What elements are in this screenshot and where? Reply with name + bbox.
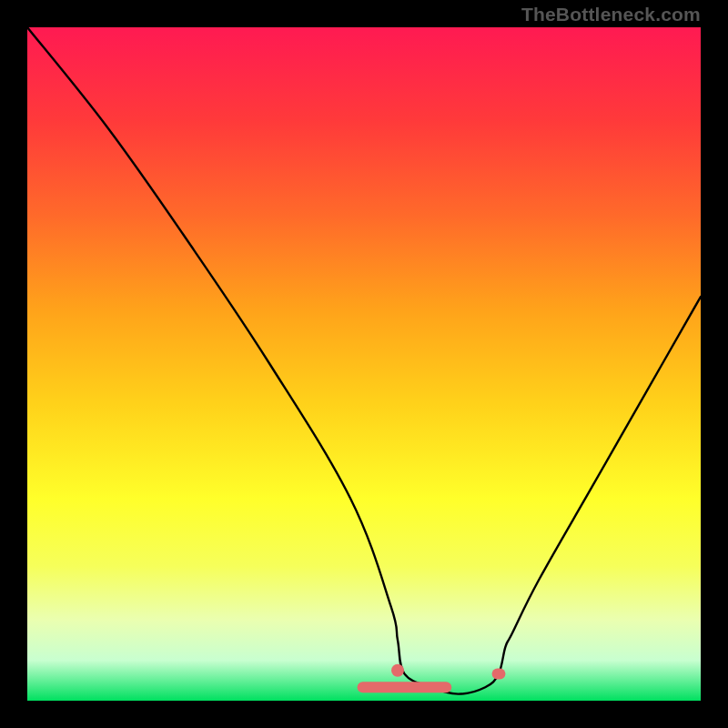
watermark-label: TheBottleneck.com (521, 4, 701, 25)
chart-stage: TheBottleneck.com (0, 0, 728, 728)
plot-gradient-background (27, 27, 701, 701)
